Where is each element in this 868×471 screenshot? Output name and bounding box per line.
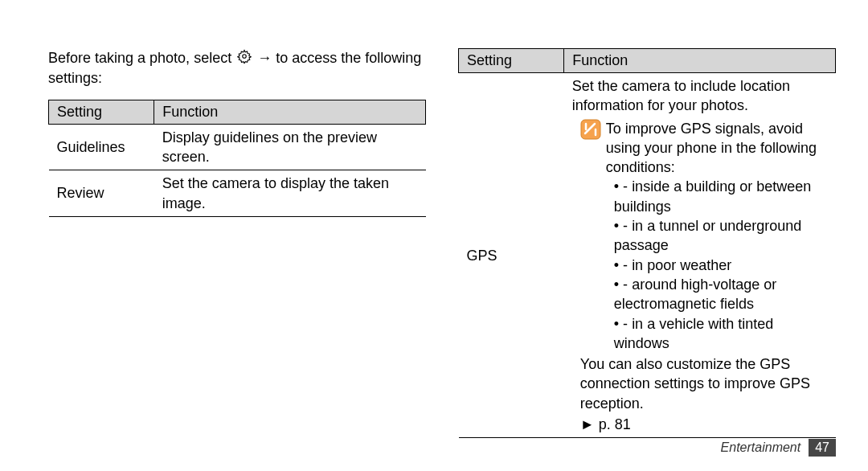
col-function: Function (154, 100, 426, 124)
note-content: To improve GPS signals, avoid using your… (606, 119, 828, 354)
footer-section: Entertainment (721, 440, 801, 455)
intro-before: Before taking a photo, select (48, 50, 235, 66)
col-function: Function (564, 49, 836, 73)
gps-customize: You can also customize the GPS connectio… (572, 354, 828, 413)
note-intro: To improve GPS signals, avoid using your… (606, 119, 828, 178)
note-bullets: inside a building or between buildings i… (606, 177, 828, 353)
table-row: Guidelines Display guidelines on the pre… (49, 124, 426, 170)
table-row: Review Set the camera to display the tak… (49, 170, 426, 217)
gear-icon (237, 49, 252, 68)
bullet: in a tunnel or underground passage (614, 216, 828, 256)
settings-table-1: Setting Function Guidelines Display guid… (48, 100, 426, 217)
setting-cell: Guidelines (49, 124, 154, 170)
col-setting: Setting (459, 49, 564, 73)
setting-cell: GPS (459, 73, 564, 438)
gps-pageref: ► p. 81 (572, 415, 828, 434)
table-row: GPS Set the camera to include location i… (459, 73, 836, 438)
left-column: Before taking a photo, select → to acces… (48, 48, 426, 438)
col-setting: Setting (49, 100, 154, 124)
bullet: in poor weather (614, 256, 828, 275)
right-column: Setting Function GPS Set the camera to i… (458, 48, 836, 438)
intro-arrow: → (257, 50, 276, 66)
table-header-row: Setting Function (49, 100, 426, 124)
setting-cell: Review (49, 170, 154, 217)
intro-text: Before taking a photo, select → to acces… (48, 48, 426, 88)
function-cell: Display guidelines on the preview screen… (154, 124, 426, 170)
svg-rect-1 (581, 120, 600, 139)
note-icon (580, 119, 601, 145)
footer-page-number: 47 (809, 439, 836, 457)
page-footer: Entertainment 47 (721, 439, 836, 457)
settings-table-2: Setting Function GPS Set the camera to i… (458, 48, 836, 438)
note-block: To improve GPS signals, avoid using your… (572, 119, 828, 354)
bullet: in a vehicle with tinted windows (614, 314, 828, 354)
function-cell: Set the camera to display the taken imag… (154, 170, 426, 217)
gps-intro: Set the camera to include location infor… (572, 76, 828, 116)
bullet: around high-voltage or electromagnetic f… (614, 275, 828, 314)
bullet: inside a building or between buildings (614, 177, 828, 216)
svg-point-0 (243, 55, 247, 59)
function-cell: Set the camera to include location infor… (564, 73, 836, 438)
table-header-row: Setting Function (459, 49, 836, 73)
